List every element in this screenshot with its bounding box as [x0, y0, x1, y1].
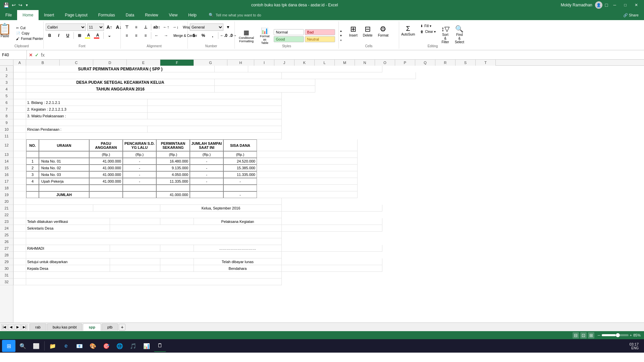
- cell-rest18[interactable]: [257, 185, 358, 191]
- cell-sisa-4[interactable]: -: [223, 178, 257, 185]
- cell-b7[interactable]: 2. Kegiatan : 2.2.1.2.1.3: [26, 106, 148, 113]
- row-header-16[interactable]: 16: [0, 171, 13, 178]
- zoom-level[interactable]: 85%: [633, 333, 641, 337]
- quick-access-more[interactable]: ▼: [25, 3, 29, 7]
- cell-b4[interactable]: TAHUN ANGGARAN 2016: [26, 86, 215, 93]
- cell-rest16[interactable]: [257, 171, 358, 178]
- row-header-26[interactable]: 26: [0, 238, 13, 245]
- row-header-11[interactable]: 11: [0, 133, 13, 139]
- cell-sekretaris[interactable]: Sekretaris Desa: [26, 225, 110, 232]
- sheet-nav-last[interactable]: ▶|: [21, 324, 28, 330]
- cell-b28[interactable]: [26, 252, 282, 258]
- cell-a8[interactable]: [13, 113, 26, 119]
- cell-permintaan-1[interactable]: 16.480.000: [156, 158, 190, 165]
- cell-rahmadi[interactable]: RAHMADI: [26, 245, 110, 252]
- zoom-in-button[interactable]: +: [630, 333, 632, 337]
- cell-b5[interactable]: [26, 93, 282, 99]
- sort-filter-button[interactable]: ↕▽ Sort & Filter: [439, 23, 451, 45]
- font-color-button[interactable]: A: [94, 32, 102, 39]
- file-explorer-button[interactable]: 📁: [47, 340, 59, 352]
- cell-dotted[interactable]: …………………………: [194, 245, 282, 252]
- cell-e13[interactable]: (Rp.): [123, 151, 156, 158]
- cell-pagu-3[interactable]: 41.000.000: [89, 171, 123, 178]
- cell-uraian-3[interactable]: Nota No. 03: [39, 171, 89, 178]
- clear-button[interactable]: 🗑Clear ▾: [418, 29, 438, 34]
- cell-a28[interactable]: [13, 252, 26, 258]
- close-button[interactable]: ✕: [632, 3, 641, 7]
- percent-button[interactable]: %: [199, 32, 207, 39]
- zoom-out-button[interactable]: ─: [598, 333, 600, 337]
- cell-rest24[interactable]: [282, 225, 382, 232]
- cell-b25[interactable]: [26, 232, 282, 238]
- col-header-o[interactable]: O: [375, 60, 395, 66]
- cell-c23[interactable]: [110, 218, 160, 225]
- italic-button[interactable]: I: [55, 32, 63, 39]
- cell-jumlah-4[interactable]: -: [190, 178, 223, 185]
- tab-help[interactable]: Help: [183, 10, 202, 20]
- cell-permintaan-3[interactable]: 4.050.000: [156, 171, 190, 178]
- row-header-7[interactable]: 7: [0, 106, 13, 113]
- number-format-expand[interactable]: ▼: [224, 23, 232, 31]
- cell-a24[interactable]: [13, 225, 26, 232]
- cell-telah-verifikasi[interactable]: Telah dilakukan verifikasi: [26, 218, 110, 225]
- cell-a29[interactable]: [13, 258, 26, 265]
- cell-sisa-2[interactable]: 15.385.000: [223, 165, 257, 171]
- cell-c12[interactable]: URAIAN: [39, 139, 89, 151]
- cell-reference-box[interactable]: F40: [0, 50, 27, 59]
- cell-a20[interactable]: [13, 198, 26, 205]
- cell-d23[interactable]: [160, 218, 194, 225]
- find-select-button[interactable]: 🔍 Find & Select: [453, 23, 466, 45]
- row-header-2[interactable]: 2: [0, 72, 13, 79]
- cell-rest6[interactable]: [148, 99, 282, 106]
- cell-a16[interactable]: [13, 171, 26, 178]
- row-header-31[interactable]: 31: [0, 272, 13, 279]
- minimize-button[interactable]: ─: [610, 3, 619, 7]
- insert-button[interactable]: ⊞ Insert: [347, 23, 360, 39]
- cell-a17[interactable]: [13, 178, 26, 185]
- other-app-3[interactable]: 🎯: [100, 340, 112, 352]
- tell-me-label[interactable]: Tell me what you want to do: [216, 13, 261, 17]
- cell-uraian-1[interactable]: Nota No. 01: [39, 158, 89, 165]
- cell-b22[interactable]: [26, 212, 282, 218]
- other-app-4[interactable]: 🌐: [114, 340, 126, 352]
- align-top-button[interactable]: ⊤: [123, 23, 131, 31]
- row-header-23[interactable]: 23: [0, 218, 13, 225]
- cell-rest10[interactable]: [148, 126, 282, 133]
- col-header-r[interactable]: R: [435, 60, 455, 66]
- grid-scroll-area[interactable]: SURAT PERMINTAAN PEMBAYARAN ( SPP ) DESA…: [13, 66, 644, 322]
- cell-rest13[interactable]: [257, 151, 358, 158]
- search-button[interactable]: 🔍: [17, 340, 29, 352]
- tab-insert[interactable]: Insert: [39, 10, 59, 20]
- task-view-button[interactable]: ⬜: [30, 340, 42, 352]
- cell-rest17[interactable]: [257, 178, 358, 185]
- col-header-m[interactable]: M: [335, 60, 355, 66]
- row-header-20[interactable]: 20: [0, 198, 13, 205]
- start-button[interactable]: ⊞: [2, 340, 15, 352]
- cell-rest19[interactable]: [257, 191, 358, 198]
- cell-b24[interactable]: [110, 225, 282, 232]
- cell-a11[interactable]: [13, 133, 26, 139]
- cell-f18[interactable]: [156, 185, 190, 191]
- number-format-select[interactable]: General: [190, 23, 223, 31]
- decrease-indent-button[interactable]: ←: [153, 32, 161, 39]
- row-header-19[interactable]: 19: [0, 191, 13, 198]
- cell-jumlah-3[interactable]: -: [190, 171, 223, 178]
- cell-a7[interactable]: [13, 106, 26, 113]
- other-app-6[interactable]: 📊: [141, 340, 153, 352]
- save-icon[interactable]: 💾: [3, 2, 9, 8]
- formula-cancel-icon[interactable]: ✕: [29, 52, 33, 58]
- decrease-decimal-button[interactable]: ←.0: [220, 32, 228, 39]
- cell-rest8[interactable]: [148, 113, 282, 119]
- style-normal[interactable]: Normal: [274, 29, 304, 35]
- row-header-8[interactable]: 8: [0, 113, 13, 119]
- user-avatar[interactable]: 👤: [595, 1, 602, 9]
- cell-a12[interactable]: [13, 139, 26, 151]
- row-header-13[interactable]: 13: [0, 151, 13, 158]
- cell-rest12[interactable]: [257, 139, 358, 151]
- col-header-p[interactable]: P: [395, 60, 415, 66]
- add-sheet-button[interactable]: +: [119, 324, 125, 330]
- cell-rest29[interactable]: [282, 258, 382, 265]
- text-direction-button[interactable]: ab↕: [153, 23, 161, 31]
- col-header-g[interactable]: G: [194, 60, 227, 66]
- excel-taskbar-button[interactable]: 🗒: [154, 340, 166, 352]
